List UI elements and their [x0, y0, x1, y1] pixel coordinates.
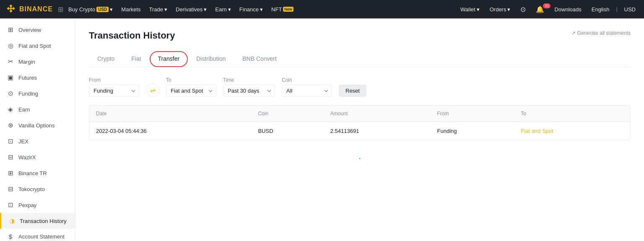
svg-marker-0	[10, 5, 13, 8]
tab-distribution[interactable]: Distribution	[188, 51, 234, 67]
chevron-down-icon: ▾	[260, 6, 263, 13]
nav-wallet[interactable]: Wallet ▾	[457, 6, 483, 13]
time-filter-group: Time Past 30 days Past 90 days Past 6 mo…	[223, 77, 275, 97]
table-header-row: Date Coin Amount From To	[89, 106, 630, 122]
nav-trade[interactable]: Trade ▾	[146, 6, 171, 13]
binance-tr-icon: ⊞	[7, 169, 14, 177]
cell-amount: 2.54113691	[324, 122, 431, 140]
chevron-down-icon: ▾	[164, 6, 167, 13]
swap-button[interactable]: ⇌	[146, 83, 159, 97]
new-badge: New	[283, 7, 293, 12]
filter-bar: From Funding Fiat and Spot Margin Future…	[89, 77, 631, 97]
coin-label: Coin	[282, 77, 332, 83]
coin-filter-group: Coin All BTC ETH BUSD BNB	[282, 77, 332, 97]
to-link[interactable]: Fiat and Spot	[521, 128, 553, 134]
brand-name: BINANCE	[19, 5, 53, 13]
sidebar: ⊞ Overview ◎ Fiat and Spot ✂ Margin ▣ Fu…	[0, 18, 75, 241]
sidebar-item-funding[interactable]: ⊙ Funding	[0, 86, 75, 101]
cell-to: Fiat and Spot	[514, 122, 630, 140]
cell-coin: BUSD	[251, 122, 323, 140]
sidebar-item-tokocrypto[interactable]: ⊟ Tokocrypto	[0, 181, 75, 197]
svg-marker-2	[12, 7, 15, 10]
generate-statements-link[interactable]: ↗ Generate all statements	[571, 30, 631, 36]
sidebar-item-wazirx[interactable]: ⊟ WazirX	[0, 149, 75, 165]
grid-icon[interactable]: ⊞	[58, 5, 63, 13]
nav-derivatives[interactable]: Derivatives ▾	[172, 6, 210, 13]
to-select[interactable]: Fiat and Spot Funding Margin Futures	[166, 85, 216, 97]
nav-buy-crypto[interactable]: Buy Crypto USD ▾	[65, 6, 116, 13]
nav-orders[interactable]: Orders ▾	[486, 6, 514, 13]
sidebar-item-fiat-spot[interactable]: ◎ Fiat and Spot	[0, 38, 75, 54]
tab-bnb-convert[interactable]: BNB Convert	[234, 51, 285, 67]
nav-earn[interactable]: Earn ▾	[212, 6, 234, 13]
sidebar-item-label: Account Statement	[18, 233, 65, 240]
nav-finance[interactable]: Finance ▾	[236, 6, 266, 13]
from-label: From	[89, 77, 139, 83]
sidebar-item-jex[interactable]: ⊡ JEX	[0, 133, 75, 149]
sidebar-item-label: Vanilla Options	[18, 122, 55, 129]
from-filter-group: From Funding Fiat and Spot Margin Future…	[89, 77, 139, 97]
notifications-icon[interactable]: 🔔 31	[532, 5, 548, 13]
sidebar-item-futures[interactable]: ▣ Futures	[0, 70, 75, 86]
tab-transfer[interactable]: Transfer	[150, 51, 188, 67]
tab-fiat[interactable]: Fiat	[123, 51, 149, 67]
sidebar-item-label: Overview	[18, 27, 41, 33]
sidebar-item-pexpay[interactable]: ⊡ Pexpay	[0, 197, 75, 213]
chevron-down-icon: ▾	[507, 6, 510, 13]
cell-date: 2022-03-04 05:44:36	[89, 122, 251, 140]
sidebar-item-label: Earn	[18, 106, 30, 113]
nav-markets[interactable]: Markets	[118, 6, 144, 13]
tab-crypto[interactable]: Crypto	[89, 51, 123, 67]
to-label: To	[166, 77, 216, 83]
nav-nft[interactable]: NFT New	[268, 6, 297, 13]
page-title: Transaction History	[89, 30, 175, 41]
data-table: Date Coin Amount From To 2022-03-04 05:4…	[89, 106, 630, 140]
col-date: Date	[89, 106, 251, 122]
sidebar-item-label: WazirX	[18, 154, 36, 161]
pexpay-icon: ⊡	[7, 201, 14, 209]
currency-selector[interactable]: USD	[621, 6, 639, 13]
user-icon[interactable]: ⊙	[517, 5, 529, 13]
sidebar-item-account-statement[interactable]: $ Account Statement	[0, 229, 75, 241]
sidebar-item-binance-tr[interactable]: ⊞ Binance TR	[0, 165, 75, 181]
sidebar-item-label: Tokocrypto	[18, 186, 45, 192]
language-selector[interactable]: English	[588, 6, 613, 13]
sidebar-item-overview[interactable]: ⊞ Overview	[0, 22, 75, 38]
coin-select[interactable]: All BTC ETH BUSD BNB	[282, 85, 332, 97]
overview-icon: ⊞	[7, 26, 14, 34]
tab-bar: Crypto Fiat Transfer Distribution BNB Co…	[89, 51, 631, 67]
notification-count: 31	[543, 3, 551, 8]
col-amount: Amount	[324, 106, 431, 122]
page-header: Transaction History ↗ Generate all state…	[89, 30, 631, 41]
sidebar-item-label: JEX	[18, 138, 29, 145]
transaction-table: Date Coin Amount From To 2022-03-04 05:4…	[89, 105, 631, 140]
chevron-down-icon: ▾	[110, 6, 113, 13]
time-select[interactable]: Past 30 days Past 90 days Past 6 months …	[223, 85, 275, 97]
sidebar-item-vanilla-options[interactable]: ⊛ Vanilla Options	[0, 117, 75, 133]
account-statement-icon: $	[7, 233, 14, 240]
chevron-down-icon: ▾	[228, 6, 231, 13]
reset-button[interactable]: Reset	[339, 85, 366, 97]
col-coin: Coin	[251, 106, 323, 122]
main-content: Transaction History ↗ Generate all state…	[75, 18, 644, 241]
svg-marker-3	[10, 10, 13, 13]
to-filter-group: To Fiat and Spot Funding Margin Futures	[166, 77, 216, 97]
cell-from: Funding	[431, 122, 514, 140]
tokocrypto-icon: ⊟	[7, 185, 14, 193]
sidebar-item-label: Binance TR	[18, 170, 47, 176]
sidebar-item-label: Fiat and Spot	[18, 43, 51, 49]
wazirx-icon: ⊟	[7, 153, 14, 161]
sidebar-item-margin[interactable]: ✂ Margin	[0, 54, 75, 70]
sidebar-item-label: Pexpay	[18, 202, 36, 208]
sidebar-item-earn[interactable]: ◈ Earn	[0, 101, 75, 117]
col-from: From	[431, 106, 514, 122]
svg-marker-1	[7, 7, 10, 10]
brand-logo[interactable]: BINANCE	[5, 3, 53, 15]
jex-icon: ⊡	[7, 137, 14, 145]
sidebar-item-transaction-history[interactable]: ◑ Transaction History	[0, 213, 75, 229]
downloads-link[interactable]: Downloads	[551, 6, 584, 13]
fiat-spot-icon: ◎	[7, 42, 14, 49]
sidebar-item-label: Futures	[18, 75, 37, 81]
from-select[interactable]: Funding Fiat and Spot Margin Futures	[89, 85, 139, 97]
table-row: 2022-03-04 05:44:36 BUSD 2.54113691 Fund…	[89, 122, 630, 140]
